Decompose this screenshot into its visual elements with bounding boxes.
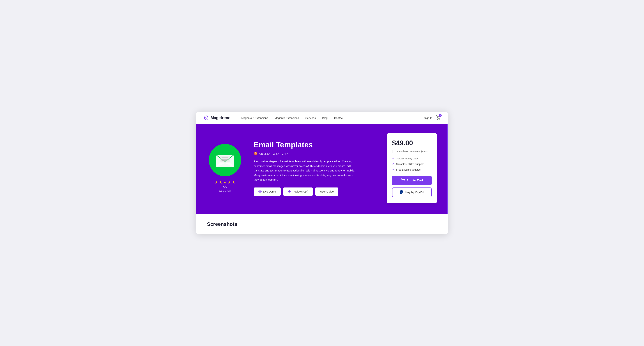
hero-content: Email Templates CE: 2.3.x – 2.4.x – 2.4.…	[254, 141, 376, 196]
nav-right: Sign In 0	[424, 115, 440, 121]
live-demo-button[interactable]: Live Demo	[254, 188, 281, 196]
svg-marker-11	[288, 190, 291, 193]
installation-check: Installation service + $49.00	[392, 150, 432, 153]
star-1: ★	[214, 180, 218, 185]
star-4: ★	[228, 180, 231, 185]
feature-1: ✓ 30-day money back	[392, 157, 432, 160]
installation-checkbox[interactable]	[392, 150, 395, 153]
rating-score: 5/5	[223, 186, 227, 189]
product-description: Responsive Magento 2 email templates wit…	[254, 159, 358, 182]
email-envelope-icon	[215, 152, 235, 168]
svg-point-13	[404, 182, 404, 182]
nav-contact[interactable]: Contact	[334, 116, 344, 119]
price-amount: $49.00	[392, 139, 432, 147]
action-buttons: Live Demo Reviews (24) User Guide	[254, 188, 376, 196]
svg-point-2	[440, 119, 440, 119]
nav-magento2-extensions[interactable]: Magento 2 Extensions	[241, 116, 268, 119]
star-2: ★	[219, 180, 222, 185]
star-3: ★	[223, 180, 227, 185]
reviews-button[interactable]: Reviews (24)	[283, 188, 313, 196]
feature-3: ✓ Free Lifetime updates	[392, 168, 432, 171]
check-icon-1: ✓	[392, 157, 394, 160]
svg-point-10	[260, 191, 260, 192]
hero-section: ★ ★ ★ ★ ★ 5/5 24 reviews Email Templates…	[196, 124, 448, 214]
add-to-cart-button[interactable]: Add to Cart	[392, 176, 432, 185]
reviews-count: 24 reviews	[219, 190, 231, 193]
feature-2: ✓ 3 months' FREE support	[392, 162, 432, 166]
version-text: CE: 2.3.x – 2.4.x – 2.4.7	[259, 152, 288, 155]
nav-blog[interactable]: Blog	[322, 116, 328, 119]
price-card: $49.00 Installation service + $49.00 ✓ 3…	[387, 133, 437, 203]
cart-icon-wrap[interactable]: 0	[436, 115, 440, 121]
screenshots-title: Screenshots	[207, 221, 437, 227]
star-icon	[288, 190, 291, 193]
check-icon-3: ✓	[392, 168, 394, 171]
eye-icon	[258, 190, 262, 193]
logo-icon	[204, 115, 209, 121]
svg-point-1	[438, 119, 438, 119]
nav-links: Magento 2 Extensions Magento Extensions …	[241, 116, 424, 119]
screenshots-section: Screenshots	[196, 214, 448, 234]
features-list: ✓ 30-day money back ✓ 3 months' FREE sup…	[392, 157, 432, 171]
nav-magento-extensions[interactable]: Magento Extensions	[274, 116, 299, 119]
stars-container: ★ ★ ★ ★ ★	[214, 180, 236, 185]
svg-point-12	[402, 182, 402, 182]
pay-by-paypal-button[interactable]: Pay by PayPal	[392, 188, 432, 197]
paypal-icon	[400, 190, 404, 194]
nav-services[interactable]: Services	[306, 116, 316, 119]
check-icon-2: ✓	[392, 162, 394, 166]
star-5: ★	[232, 180, 236, 185]
sign-in-link[interactable]: Sign In	[424, 116, 432, 119]
svg-point-0	[206, 118, 207, 119]
logo-text: Magetrend	[210, 115, 230, 120]
product-title: Email Templates	[254, 141, 376, 149]
browser-window: Magetrend Magento 2 Extensions Magento E…	[196, 112, 448, 234]
cart-count: 0	[439, 114, 442, 117]
cart-add-icon	[401, 179, 405, 183]
product-icon	[209, 144, 241, 176]
navbar: Magetrend Magento 2 Extensions Magento E…	[196, 112, 448, 124]
logo[interactable]: Magetrend	[204, 115, 230, 121]
user-guide-button[interactable]: User Guide	[315, 188, 338, 196]
scroll-accent	[447, 124, 448, 214]
version-badge: CE: 2.3.x – 2.4.x – 2.4.7	[254, 151, 376, 155]
installation-label: Installation service + $49.00	[397, 150, 428, 153]
magento-logo-icon	[254, 151, 258, 155]
hero-left: ★ ★ ★ ★ ★ 5/5 24 reviews	[207, 144, 243, 193]
